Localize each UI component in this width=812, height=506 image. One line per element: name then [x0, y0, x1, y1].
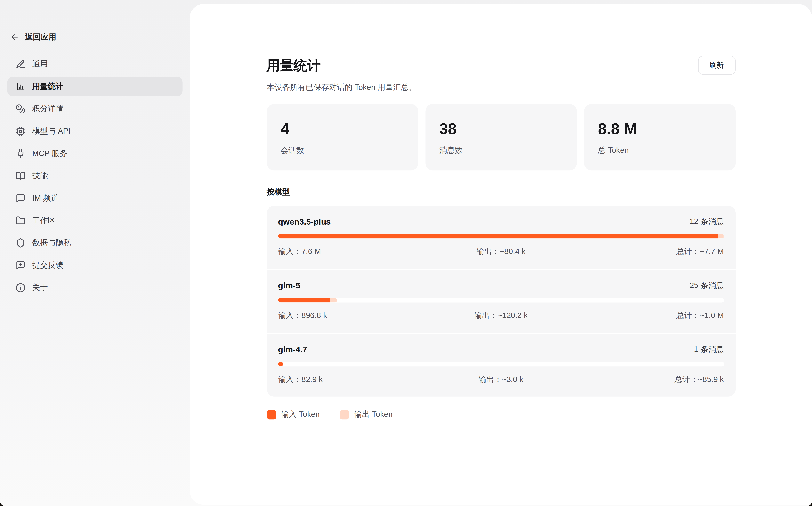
book-open-icon [16, 171, 25, 181]
sidebar-item-label: 模型与 API [32, 126, 70, 136]
input-token-bar-segment [278, 298, 330, 303]
stat-value: 8.8 M [598, 119, 721, 138]
legend-label: 输出 Token [354, 410, 393, 419]
main-panel: 用量统计 刷新 本设备所有已保存对话的 Token 用量汇总。 4 会话数 38… [190, 4, 812, 505]
model-total-tokens: 总计：~1.0 M [575, 311, 724, 321]
sidebar-item-label: 通用 [32, 59, 48, 69]
token-legend: 输入 Token 输出 Token [267, 410, 735, 419]
model-output-tokens: 输出：~120.2 k [427, 311, 575, 321]
legend-item-output: 输出 Token [340, 410, 393, 419]
sidebar-item-about[interactable]: 关于 [7, 278, 182, 298]
sidebar-item-feedback[interactable]: 提交反馈 [7, 256, 182, 275]
model-input-tokens: 输入：7.6 M [278, 247, 427, 257]
output-token-bar-segment [718, 234, 724, 239]
model-output-tokens: 输出：~80.4 k [427, 247, 575, 257]
input-token-swatch [267, 410, 276, 419]
folder-icon [16, 216, 25, 226]
sidebar-item-im-channels[interactable]: IM 频道 [7, 189, 182, 208]
model-usage-list: qwen3.5-plus 12 条消息 输入：7.6 M 输出：~80.4 k … [267, 206, 735, 397]
model-name: glm-5 [278, 281, 300, 290]
stat-card-sessions: 4 会话数 [267, 104, 418, 170]
sidebar-item-label: 关于 [32, 283, 48, 293]
model-input-tokens: 输入：82.9 k [278, 375, 427, 385]
pencil-icon [16, 59, 25, 69]
stat-value: 4 [281, 119, 404, 138]
sidebar-item-usage-stats[interactable]: 用量统计 [7, 77, 182, 96]
plug-icon [16, 149, 25, 159]
model-input-tokens: 输入：896.8 k [278, 311, 427, 321]
app-window: 返回应用 通用 用量统计 积分详情 [0, 0, 812, 506]
arrow-left-icon [10, 32, 19, 41]
model-name: glm-4.7 [278, 345, 307, 354]
model-total-tokens: 总计：~85.9 k [575, 375, 724, 385]
message-square-icon [16, 193, 25, 203]
model-message-count: 25 条消息 [690, 280, 724, 290]
stat-value: 38 [439, 119, 563, 138]
model-message-count: 12 条消息 [690, 217, 724, 227]
legend-label: 输入 Token [281, 410, 320, 419]
sidebar-item-data-privacy[interactable]: 数据与隐私 [7, 233, 182, 253]
input-token-bar-segment [278, 234, 718, 239]
stat-label: 会话数 [281, 146, 404, 155]
back-to-app-button[interactable]: 返回应用 [7, 27, 182, 46]
stat-label: 总 Token [598, 146, 721, 155]
legend-item-input: 输入 Token [267, 410, 320, 419]
bar-chart-icon [16, 82, 25, 91]
settings-sidebar: 返回应用 通用 用量统计 积分详情 [0, 0, 190, 506]
model-name: qwen3.5-plus [278, 217, 331, 226]
sidebar-item-credits[interactable]: 积分详情 [7, 99, 182, 118]
model-row-glm-47: glm-4.7 1 条消息 输入：82.9 k 输出：~3.0 k 总计：~85… [267, 333, 735, 397]
model-row-qwen35-plus: qwen3.5-plus 12 条消息 输入：7.6 M 输出：~80.4 k … [267, 206, 735, 269]
back-label: 返回应用 [25, 32, 56, 42]
sidebar-item-workspace[interactable]: 工作区 [7, 211, 182, 230]
model-output-tokens: 输出：~3.0 k [427, 375, 575, 385]
model-row-glm-5: glm-5 25 条消息 输入：896.8 k 输出：~120.2 k 总计：~… [267, 269, 735, 333]
sidebar-item-label: 数据与隐私 [32, 238, 71, 248]
sidebar-item-models-api[interactable]: 模型与 API [7, 122, 182, 141]
sidebar-item-label: 用量统计 [32, 82, 63, 91]
token-usage-bar [278, 234, 724, 239]
sidebar-item-mcp[interactable]: MCP 服务 [7, 144, 182, 163]
input-token-bar-segment [278, 362, 283, 366]
sidebar-item-label: MCP 服务 [32, 149, 67, 159]
sidebar-item-label: 积分详情 [32, 104, 63, 114]
token-usage-bar [278, 362, 724, 366]
refresh-button[interactable]: 刷新 [698, 56, 735, 75]
sidebar-item-skills[interactable]: 技能 [7, 166, 182, 186]
model-message-count: 1 条消息 [694, 345, 724, 354]
output-token-bar-segment [283, 362, 283, 366]
sidebar-nav: 通用 用量统计 积分详情 模型与 API [7, 55, 182, 298]
sidebar-item-label: 技能 [32, 171, 48, 181]
output-token-bar-segment [330, 298, 337, 303]
stats-cards: 4 会话数 38 消息数 8.8 M 总 Token [267, 104, 735, 170]
sidebar-item-label: IM 频道 [32, 193, 59, 203]
info-icon [16, 283, 25, 293]
coins-icon [16, 104, 25, 114]
token-usage-bar [278, 298, 724, 303]
shield-icon [16, 238, 25, 248]
stat-card-total-tokens: 8.8 M 总 Token [584, 104, 735, 170]
feedback-plus-icon [16, 260, 25, 270]
stat-card-messages: 38 消息数 [425, 104, 577, 170]
sidebar-item-label: 工作区 [32, 216, 56, 226]
page-title: 用量统计 [267, 56, 321, 74]
sidebar-item-general[interactable]: 通用 [7, 55, 182, 74]
output-token-swatch [340, 410, 349, 419]
model-total-tokens: 总计：~7.7 M [575, 247, 724, 257]
cpu-icon [16, 126, 25, 136]
page-subtitle: 本设备所有已保存对话的 Token 用量汇总。 [267, 82, 735, 92]
stat-label: 消息数 [439, 146, 563, 155]
sidebar-item-label: 提交反馈 [32, 260, 63, 270]
by-model-section-label: 按模型 [267, 187, 735, 197]
